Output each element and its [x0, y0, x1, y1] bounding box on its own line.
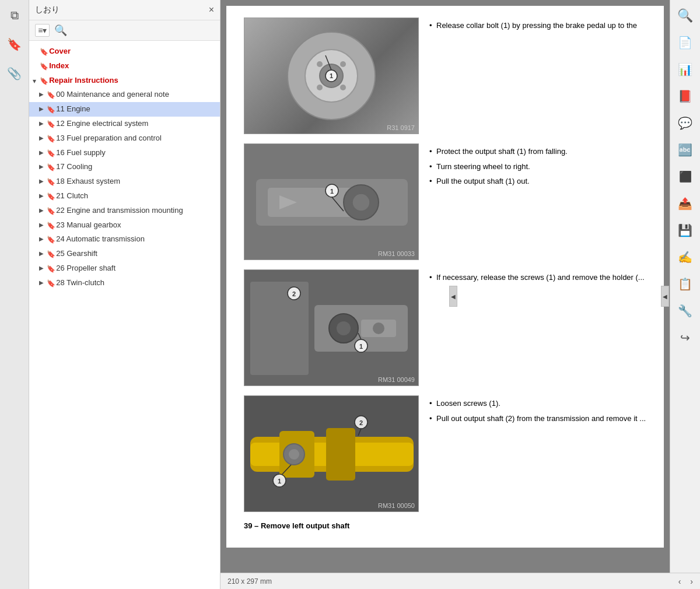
bullet-2-2: Turn steering wheel to right.	[428, 161, 646, 173]
tree-item-23-manual[interactable]: ▶ 🔖 23 Manual gearbox	[29, 218, 220, 233]
right-toolbar: 🔍 📄 📊 📕 💬 🔤 ⬛ 📤 💾 ✍ 📋 🔧 ↪	[670, 0, 700, 573]
svg-text:2: 2	[359, 419, 363, 426]
bookmark-icon-23: 🔖	[47, 220, 56, 231]
exit-button[interactable]: ↪	[674, 327, 696, 349]
label-24: 24 Automatic transmission	[56, 234, 215, 244]
image-yellow-shaft: 1 2 RM31 00050	[244, 395, 419, 512]
yellow-shaft-graphic: 1 2	[244, 396, 418, 511]
bookmark-icon-28: 🔖	[47, 278, 56, 289]
toggle-21: ▶	[36, 191, 47, 200]
nav-left-button[interactable]: ‹	[678, 577, 681, 586]
content-row-1: 1 R31 0917 Release collar bolt (1) by pr…	[244, 17, 646, 134]
content-row-2: 1 RM31 00033 Protect the output shaft (1…	[244, 143, 646, 260]
label-18: 18 Exhaust system	[56, 176, 215, 187]
svg-text:1: 1	[330, 72, 333, 79]
svg-point-26	[373, 322, 384, 334]
content-row-3: 2 1 RM31 00049 If necessary, release the…	[244, 269, 646, 386]
paperclip-icon[interactable]: 📎	[4, 63, 25, 84]
content-area: 1 R31 0917 Release collar bolt (1) by pr…	[220, 0, 700, 573]
save-pdf-button[interactable]: 💾	[674, 219, 696, 241]
bookmark-icon-25: 🔖	[47, 248, 56, 260]
toggle-16: ▶	[36, 148, 47, 157]
bullet-4-2: Pull out output shaft (2) from the trans…	[428, 413, 646, 425]
collapse-panel-button[interactable]: ◀	[449, 286, 457, 307]
sign-button[interactable]: ✍	[674, 246, 696, 268]
translate-button[interactable]: 🔤	[674, 139, 696, 161]
bookmarks-panel: しおり × ≡▾ 🔍 🔖 Cover 🔖 Index ▾ 🔖 Repair In…	[29, 0, 220, 589]
add-doc-button[interactable]: 📄	[674, 31, 696, 54]
tree-item-21-clutch[interactable]: ▶ 🔖 21 Clutch	[29, 189, 220, 204]
crop-button[interactable]: ⬛	[674, 166, 696, 188]
wrench-button[interactable]: 🔧	[674, 300, 696, 322]
bookmark-icon-24: 🔖	[47, 234, 56, 245]
label-22: 22 Engine and transmission mounting	[56, 205, 215, 216]
text-4: Loosen screws (1). Pull out output shaft…	[428, 395, 646, 512]
zoom-button[interactable]: 🔍	[674, 5, 696, 27]
bookmark-icon-00: 🔖	[47, 89, 56, 100]
comment-button[interactable]: 💬	[674, 112, 696, 134]
tree-item-cover[interactable]: 🔖 Cover	[29, 44, 220, 59]
tree-item-24-automatic[interactable]: ▶ 🔖 24 Automatic transmission	[29, 232, 220, 247]
slides-button[interactable]: 📊	[674, 58, 696, 80]
toggle-repair-instructions: ▾	[29, 75, 40, 86]
image-holder: 2 1 RM31 00049	[244, 269, 419, 386]
toggle-26: ▶	[36, 263, 47, 272]
bullet-4-1: Loosen screws (1).	[428, 398, 646, 409]
toggle-00: ▶	[36, 89, 47, 99]
tree-item-16-fuel-supply[interactable]: ▶ 🔖 16 Fuel supply	[29, 146, 220, 160]
tree-item-22-engine-trans[interactable]: ▶ 🔖 22 Engine and transmission mounting	[29, 204, 220, 218]
tree-item-11-engine[interactable]: ▶ 🔖 11 Engine	[29, 102, 220, 117]
image-label-2: RM31 00033	[378, 250, 415, 257]
bookmark-icon-index: 🔖	[40, 61, 49, 72]
label-13: 13 Fuel preparation and control	[56, 133, 215, 143]
toggle-18: ▶	[36, 176, 47, 185]
tree-item-28-twin-clutch[interactable]: ▶ 🔖 28 Twin-clutch	[29, 276, 220, 290]
bookmarks-toolbar: ≡▾ 🔍	[29, 20, 220, 41]
tree-item-17-cooling[interactable]: ▶ 🔖 17 Cooling	[29, 160, 220, 174]
status-bar: 210 x 297 mm ‹ ›	[220, 573, 700, 589]
copy-icon[interactable]: ⧉	[4, 5, 25, 26]
tree-item-18-exhaust[interactable]: ▶ 🔖 18 Exhaust system	[29, 174, 220, 189]
content-row-4: 1 2 RM31 00050 Loosen screw	[244, 395, 646, 512]
toggle-cover	[29, 46, 40, 55]
bookmark-panel-icon[interactable]: 🔖	[4, 34, 25, 55]
list-view-button[interactable]: ≡▾	[35, 24, 50, 37]
tree-item-repair-instructions[interactable]: ▾ 🔖 Repair Instructions	[29, 73, 220, 88]
svg-text:2: 2	[292, 290, 296, 297]
bookmark-icon-22: 🔖	[47, 205, 56, 216]
tree-item-00-maintenance[interactable]: ▶ 🔖 00 Maintenance and general note	[29, 87, 220, 102]
image-label-3: RM31 00049	[378, 376, 415, 383]
svg-point-38	[289, 449, 299, 460]
search-button[interactable]: 🔍	[54, 24, 67, 37]
label-repair-instructions: Repair Instructions	[49, 75, 215, 86]
svg-point-5	[340, 61, 346, 67]
image-brake-disc: 1 R31 0917	[244, 17, 419, 134]
text-3: If necessary, release the screws (1) and…	[428, 269, 646, 386]
tree-item-index[interactable]: 🔖 Index	[29, 59, 220, 73]
tree-item-25-gearshift[interactable]: ▶ 🔖 25 Gearshift	[29, 247, 220, 261]
tree-item-26-propeller[interactable]: ▶ 🔖 26 Propeller shaft	[29, 261, 220, 276]
toggle-index	[29, 61, 40, 70]
label-cover: Cover	[49, 46, 215, 57]
bookmarks-header: しおり ×	[29, 0, 220, 20]
pdf-add-button[interactable]: 📕	[674, 85, 696, 107]
nav-right-button[interactable]: ›	[690, 577, 693, 586]
brake-disc-graphic: 1	[244, 18, 418, 134]
page-paper: 1 R31 0917 Release collar bolt (1) by pr…	[226, 6, 664, 548]
label-11: 11 Engine	[56, 104, 215, 114]
page-navigation: ‹ ›	[678, 577, 693, 586]
bookmarks-tree: 🔖 Cover 🔖 Index ▾ 🔖 Repair Instructions …	[29, 41, 220, 589]
stamp-button[interactable]: 📋	[674, 273, 696, 295]
expand-panel-button[interactable]: ◀	[661, 286, 669, 307]
export-button[interactable]: 📤	[674, 192, 696, 215]
bookmark-icon-18: 🔖	[47, 176, 56, 187]
label-26: 26 Propeller shaft	[56, 263, 215, 274]
tree-item-13-fuel[interactable]: ▶ 🔖 13 Fuel preparation and control	[29, 131, 220, 146]
label-21: 21 Clutch	[56, 191, 215, 201]
label-28: 28 Twin-clutch	[56, 278, 215, 288]
tree-item-12-engine-electrical[interactable]: ▶ 🔖 12 Engine electrical system	[29, 117, 220, 131]
bookmark-icon-26: 🔖	[47, 263, 56, 274]
close-button[interactable]: ×	[209, 5, 214, 15]
svg-text:1: 1	[330, 188, 334, 195]
bookmark-icon-21: 🔖	[47, 191, 56, 202]
